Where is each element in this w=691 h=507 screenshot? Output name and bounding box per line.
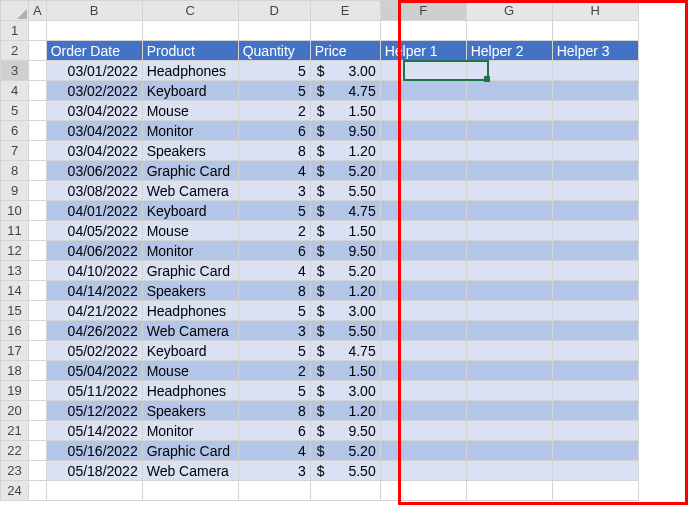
cell-B2[interactable]: Order Date <box>46 41 142 61</box>
col-header-B[interactable]: B <box>46 1 142 21</box>
cell-H11[interactable] <box>552 221 638 241</box>
cell-F3[interactable] <box>380 61 466 81</box>
cell-A19[interactable] <box>29 381 47 401</box>
cell-D16[interactable]: 3 <box>238 321 310 341</box>
cell-D8[interactable]: 4 <box>238 161 310 181</box>
cell-G6[interactable] <box>466 121 552 141</box>
col-header-E[interactable]: E <box>310 1 380 21</box>
cell-C24[interactable] <box>142 481 238 501</box>
cell-A18[interactable] <box>29 361 47 381</box>
cell-H12[interactable] <box>552 241 638 261</box>
cell-G22[interactable] <box>466 441 552 461</box>
cell-E19[interactable]: $3.00 <box>310 381 380 401</box>
cell-D22[interactable]: 4 <box>238 441 310 461</box>
cell-A13[interactable] <box>29 261 47 281</box>
cell-E5[interactable]: $1.50 <box>310 101 380 121</box>
cell-B21[interactable]: 05/14/2022 <box>46 421 142 441</box>
cell-E17[interactable]: $4.75 <box>310 341 380 361</box>
cell-D7[interactable]: 8 <box>238 141 310 161</box>
cell-E13[interactable]: $5.20 <box>310 261 380 281</box>
cell-A17[interactable] <box>29 341 47 361</box>
cell-B17[interactable]: 05/02/2022 <box>46 341 142 361</box>
cell-B8[interactable]: 03/06/2022 <box>46 161 142 181</box>
cell-B20[interactable]: 05/12/2022 <box>46 401 142 421</box>
cell-G15[interactable] <box>466 301 552 321</box>
cell-E8[interactable]: $5.20 <box>310 161 380 181</box>
row-header-1[interactable]: 1 <box>1 21 29 41</box>
row-header-13[interactable]: 13 <box>1 261 29 281</box>
cell-G24[interactable] <box>466 481 552 501</box>
row-header-19[interactable]: 19 <box>1 381 29 401</box>
cell-A8[interactable] <box>29 161 47 181</box>
row-header-2[interactable]: 2 <box>1 41 29 61</box>
cell-G3[interactable] <box>466 61 552 81</box>
cell-A24[interactable] <box>29 481 47 501</box>
cell-D14[interactable]: 8 <box>238 281 310 301</box>
cell-D24[interactable] <box>238 481 310 501</box>
cell-H22[interactable] <box>552 441 638 461</box>
cell-C2[interactable]: Product <box>142 41 238 61</box>
cell-A3[interactable] <box>29 61 47 81</box>
cell-G2[interactable]: Helper 2 <box>466 41 552 61</box>
cell-C4[interactable]: Keyboard <box>142 81 238 101</box>
cell-B4[interactable]: 03/02/2022 <box>46 81 142 101</box>
cell-E23[interactable]: $5.50 <box>310 461 380 481</box>
row-header-22[interactable]: 22 <box>1 441 29 461</box>
cell-F20[interactable] <box>380 401 466 421</box>
cell-H1[interactable] <box>552 21 638 41</box>
cell-A16[interactable] <box>29 321 47 341</box>
cell-A5[interactable] <box>29 101 47 121</box>
cell-D1[interactable] <box>238 21 310 41</box>
cell-A15[interactable] <box>29 301 47 321</box>
row-header-16[interactable]: 16 <box>1 321 29 341</box>
cell-G13[interactable] <box>466 261 552 281</box>
cell-E9[interactable]: $5.50 <box>310 181 380 201</box>
cell-E22[interactable]: $5.20 <box>310 441 380 461</box>
row-header-7[interactable]: 7 <box>1 141 29 161</box>
cell-D19[interactable]: 5 <box>238 381 310 401</box>
cell-F2[interactable]: Helper 1 <box>380 41 466 61</box>
cell-H10[interactable] <box>552 201 638 221</box>
cell-B18[interactable]: 05/04/2022 <box>46 361 142 381</box>
cell-D21[interactable]: 6 <box>238 421 310 441</box>
cell-H21[interactable] <box>552 421 638 441</box>
cell-D6[interactable]: 6 <box>238 121 310 141</box>
cell-C20[interactable]: Speakers <box>142 401 238 421</box>
cell-A22[interactable] <box>29 441 47 461</box>
cell-C22[interactable]: Graphic Card <box>142 441 238 461</box>
cell-G17[interactable] <box>466 341 552 361</box>
cell-A9[interactable] <box>29 181 47 201</box>
row-header-9[interactable]: 9 <box>1 181 29 201</box>
row-header-24[interactable]: 24 <box>1 481 29 501</box>
cell-G4[interactable] <box>466 81 552 101</box>
cell-F9[interactable] <box>380 181 466 201</box>
cell-C5[interactable]: Mouse <box>142 101 238 121</box>
cell-F6[interactable] <box>380 121 466 141</box>
cell-H13[interactable] <box>552 261 638 281</box>
cell-E16[interactable]: $5.50 <box>310 321 380 341</box>
cell-H7[interactable] <box>552 141 638 161</box>
cell-F5[interactable] <box>380 101 466 121</box>
col-header-C[interactable]: C <box>142 1 238 21</box>
cell-G11[interactable] <box>466 221 552 241</box>
cell-F14[interactable] <box>380 281 466 301</box>
cell-A1[interactable] <box>29 21 47 41</box>
cell-D23[interactable]: 3 <box>238 461 310 481</box>
col-header-A[interactable]: A <box>29 1 47 21</box>
cell-B10[interactable]: 04/01/2022 <box>46 201 142 221</box>
cell-G14[interactable] <box>466 281 552 301</box>
cell-A12[interactable] <box>29 241 47 261</box>
cell-F24[interactable] <box>380 481 466 501</box>
cell-H24[interactable] <box>552 481 638 501</box>
cell-G16[interactable] <box>466 321 552 341</box>
cell-C12[interactable]: Monitor <box>142 241 238 261</box>
cell-E7[interactable]: $1.20 <box>310 141 380 161</box>
cell-A11[interactable] <box>29 221 47 241</box>
cell-B11[interactable]: 04/05/2022 <box>46 221 142 241</box>
col-header-F[interactable]: F <box>380 1 466 21</box>
cell-D5[interactable]: 2 <box>238 101 310 121</box>
cell-C23[interactable]: Web Camera <box>142 461 238 481</box>
cell-H17[interactable] <box>552 341 638 361</box>
cell-B14[interactable]: 04/14/2022 <box>46 281 142 301</box>
cell-H19[interactable] <box>552 381 638 401</box>
